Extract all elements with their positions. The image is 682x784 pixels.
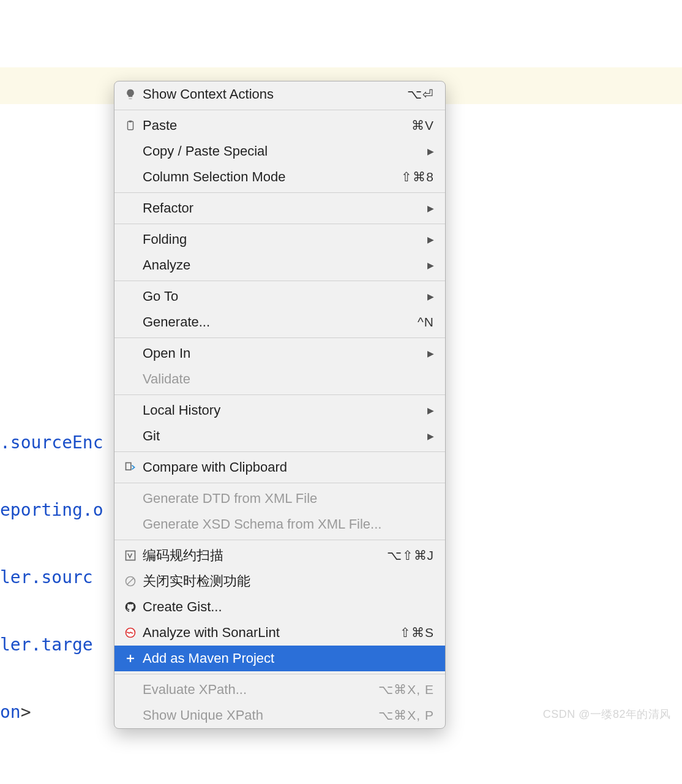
- submenu-arrow-icon: ▶: [427, 235, 434, 244]
- menu-item-create-gist[interactable]: Create Gist...: [114, 594, 445, 620]
- menu-item-copy-paste-special[interactable]: Copy / Paste Special ▶: [114, 138, 445, 164]
- menu-label: Local History: [139, 402, 427, 418]
- menu-item-disable-realtime-detection[interactable]: 关闭实时检测功能: [114, 568, 445, 594]
- menu-label: Generate...: [139, 314, 418, 330]
- plus-icon: [122, 650, 139, 667]
- menu-item-validate: Validate: [114, 366, 445, 392]
- menu-separator: [114, 281, 445, 281]
- menu-separator: [114, 394, 445, 395]
- clipboard-icon: [122, 117, 139, 134]
- menu-label: Copy / Paste Special: [139, 143, 427, 159]
- menu-item-show-unique-xpath: Show Unique XPath ⌥⌘X, P: [114, 703, 445, 728]
- submenu-arrow-icon: ▶: [427, 146, 434, 156]
- menu-item-sonarlint[interactable]: Analyze with SonarLint ⇧⌘S: [114, 620, 445, 646]
- menu-shortcut: ⌥⌘X, E: [378, 682, 434, 697]
- menu-item-coding-standards-scan[interactable]: 编码规约扫描 ⌥⇧⌘J: [114, 543, 445, 568]
- menu-label: Go To: [139, 288, 427, 304]
- menu-label: Paste: [139, 118, 411, 134]
- menu-label: Create Gist...: [139, 599, 434, 615]
- code-text: ler.sourc: [0, 569, 93, 586]
- menu-label: 编码规约扫描: [139, 546, 387, 565]
- svg-rect-2: [126, 463, 131, 470]
- sonarlint-icon: [122, 624, 139, 641]
- submenu-arrow-icon: ▶: [427, 203, 434, 213]
- submenu-arrow-icon: ▶: [427, 349, 434, 358]
- code-text: >: [21, 704, 31, 721]
- submenu-arrow-icon: ▶: [427, 260, 434, 270]
- svg-rect-0: [128, 121, 133, 130]
- menu-label: Evaluate XPath...: [139, 682, 378, 698]
- menu-item-evaluate-xpath: Evaluate XPath... ⌥⌘X, E: [114, 677, 445, 703]
- menu-shortcut: ⌘V: [411, 118, 434, 133]
- menu-shortcut: ⇧⌘S: [400, 625, 434, 640]
- menu-item-add-maven-project[interactable]: Add as Maven Project: [114, 646, 445, 671]
- menu-item-analyze[interactable]: Analyze ▶: [114, 252, 445, 278]
- menu-label: Validate: [139, 371, 434, 387]
- menu-separator: [114, 337, 445, 338]
- menu-label: Generate DTD from XML File: [139, 491, 434, 507]
- menu-shortcut: ⌥⏎: [407, 87, 434, 102]
- menu-label: Analyze: [139, 257, 427, 273]
- watermark-text: CSDN @一缕82年的清风: [543, 707, 671, 722]
- menu-separator: [114, 674, 445, 674]
- code-text: eporting.o: [0, 502, 103, 519]
- menu-item-go-to[interactable]: Go To ▶: [114, 284, 445, 309]
- scan-icon: [122, 547, 139, 564]
- menu-label: Folding: [139, 232, 427, 247]
- menu-shortcut: ⇧⌘8: [401, 170, 434, 184]
- menu-item-generate[interactable]: Generate... ^N: [114, 309, 445, 335]
- code-text: on: [0, 704, 21, 721]
- menu-item-column-selection-mode[interactable]: Column Selection Mode ⇧⌘8: [114, 164, 445, 190]
- menu-item-paste[interactable]: Paste ⌘V: [114, 113, 445, 138]
- disable-icon: [122, 573, 139, 590]
- menu-separator: [114, 540, 445, 540]
- menu-item-show-context-actions[interactable]: Show Context Actions ⌥⏎: [114, 81, 445, 107]
- menu-separator: [114, 451, 445, 452]
- menu-separator: [114, 110, 445, 110]
- menu-separator: [114, 483, 445, 483]
- submenu-arrow-icon: ▶: [427, 431, 434, 441]
- bulb-icon: [122, 86, 139, 103]
- menu-label: Generate XSD Schema from XML File...: [139, 516, 434, 532]
- menu-item-compare-clipboard[interactable]: Compare with Clipboard: [114, 454, 445, 480]
- menu-label: Show Unique XPath: [139, 707, 378, 723]
- menu-item-local-history[interactable]: Local History ▶: [114, 398, 445, 423]
- menu-label: Add as Maven Project: [139, 650, 434, 666]
- menu-item-generate-xsd: Generate XSD Schema from XML File...: [114, 511, 445, 537]
- menu-label: Refactor: [139, 200, 427, 216]
- menu-item-generate-dtd: Generate DTD from XML File: [114, 486, 445, 511]
- menu-item-git[interactable]: Git ▶: [114, 423, 445, 449]
- svg-rect-1: [129, 121, 132, 123]
- code-text: .sourceEnc: [0, 434, 103, 451]
- menu-label: 关闭实时检测功能: [139, 572, 434, 590]
- svg-line-5: [127, 578, 133, 584]
- menu-label: Show Context Actions: [139, 86, 407, 102]
- submenu-arrow-icon: ▶: [427, 292, 434, 301]
- submenu-arrow-icon: ▶: [427, 405, 434, 415]
- menu-label: Column Selection Mode: [139, 169, 401, 185]
- menu-label: Open In: [139, 345, 427, 361]
- menu-shortcut: ^N: [418, 315, 434, 330]
- menu-item-refactor[interactable]: Refactor ▶: [114, 195, 445, 221]
- menu-item-folding[interactable]: Folding ▶: [114, 227, 445, 252]
- menu-label: Analyze with SonarLint: [139, 625, 400, 641]
- menu-label: Git: [139, 428, 427, 444]
- menu-separator: [114, 192, 445, 193]
- diff-icon: [122, 459, 139, 476]
- menu-separator: [114, 224, 445, 224]
- menu-shortcut: ⌥⌘X, P: [378, 708, 434, 723]
- code-text: ler.targe: [0, 636, 93, 654]
- context-menu: Show Context Actions ⌥⏎ Paste ⌘V Copy / …: [114, 81, 446, 729]
- menu-item-open-in[interactable]: Open In ▶: [114, 341, 445, 366]
- menu-shortcut: ⌥⇧⌘J: [387, 548, 435, 563]
- menu-label: Compare with Clipboard: [139, 459, 434, 475]
- github-icon: [122, 598, 139, 616]
